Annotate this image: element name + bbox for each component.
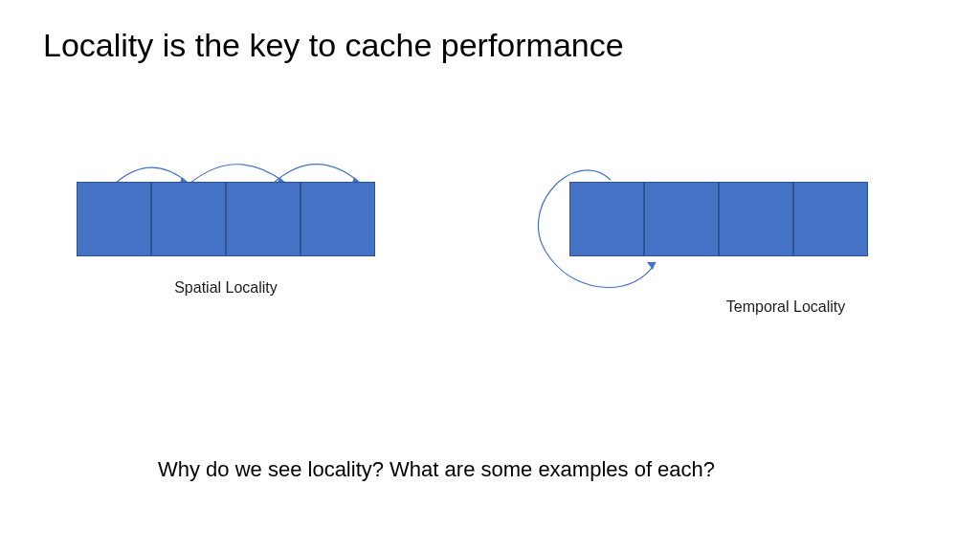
- memory-block: [77, 182, 151, 256]
- spatial-arc-2: [189, 165, 285, 184]
- temporal-caption: Temporal Locality: [726, 298, 846, 316]
- spatial-locality-diagram: Spatial Locality: [77, 182, 375, 297]
- spatial-block-row: [77, 182, 375, 256]
- memory-block: [644, 182, 719, 256]
- question-text: Why do we see locality? What are some ex…: [158, 457, 715, 482]
- page-title: Locality is the key to cache performance: [43, 27, 624, 64]
- memory-block: [301, 182, 375, 256]
- spatial-caption: Spatial Locality: [174, 279, 278, 297]
- spatial-arc-3: [273, 165, 360, 184]
- memory-block: [569, 182, 644, 256]
- memory-block: [793, 182, 868, 256]
- temporal-block-row: [569, 182, 868, 256]
- temporal-locality-diagram: Temporal Locality: [569, 182, 868, 316]
- memory-block: [226, 182, 301, 256]
- memory-block: [151, 182, 226, 256]
- memory-block: [719, 182, 793, 256]
